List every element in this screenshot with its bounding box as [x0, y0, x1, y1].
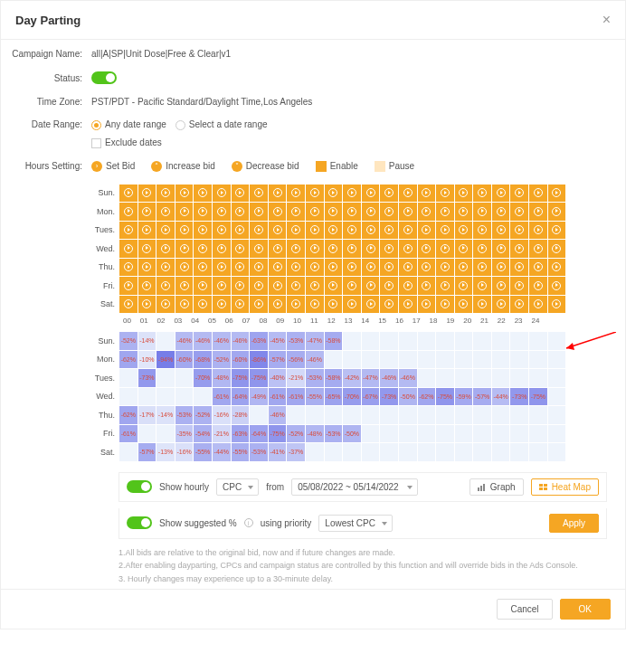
- hour-cell[interactable]: [548, 277, 566, 295]
- heat-cell[interactable]: [492, 406, 510, 424]
- hour-cell[interactable]: [343, 259, 361, 277]
- heat-cell[interactable]: -46%: [306, 351, 324, 369]
- heat-cell[interactable]: -45%: [269, 332, 287, 350]
- hour-cell[interactable]: [362, 259, 380, 277]
- heat-cell[interactable]: -62%: [119, 406, 138, 424]
- heat-cell[interactable]: [306, 443, 324, 461]
- hour-cell[interactable]: [380, 259, 398, 277]
- heat-cell[interactable]: [156, 388, 175, 406]
- hour-cell[interactable]: [399, 277, 417, 295]
- heat-cell[interactable]: -75%: [250, 369, 268, 387]
- heat-cell[interactable]: -53%: [175, 406, 194, 424]
- hour-cell[interactable]: [119, 240, 138, 258]
- hour-cell[interactable]: [175, 259, 194, 277]
- hour-cell[interactable]: [325, 259, 343, 277]
- hour-cell[interactable]: [473, 222, 491, 240]
- heat-cell[interactable]: -28%: [232, 406, 250, 424]
- heatmap-button[interactable]: Heat Map: [531, 478, 599, 496]
- hour-cell[interactable]: [510, 240, 528, 258]
- heat-cell[interactable]: -54%: [194, 425, 212, 443]
- hour-cell[interactable]: [232, 222, 250, 240]
- metric-select[interactable]: CPC: [216, 478, 259, 496]
- heat-cell[interactable]: [343, 443, 361, 461]
- hour-cell[interactable]: [213, 296, 231, 314]
- heat-cell[interactable]: [473, 369, 491, 387]
- hour-cell[interactable]: [343, 296, 361, 314]
- hour-cell[interactable]: [250, 240, 268, 258]
- heat-cell[interactable]: [492, 332, 510, 350]
- hour-cell[interactable]: [529, 296, 547, 314]
- heat-cell[interactable]: -17%: [138, 406, 156, 424]
- hour-cell[interactable]: [548, 185, 566, 203]
- hour-cell[interactable]: [399, 185, 417, 203]
- hour-cell[interactable]: [138, 240, 156, 258]
- hour-cell[interactable]: [250, 296, 268, 314]
- hour-cell[interactable]: [306, 203, 324, 221]
- heat-cell[interactable]: [473, 332, 491, 350]
- show-hourly-toggle[interactable]: [127, 480, 152, 493]
- hour-cell[interactable]: [418, 296, 436, 314]
- hour-cell[interactable]: [325, 203, 343, 221]
- hour-cell[interactable]: [250, 259, 268, 277]
- hour-cell[interactable]: [175, 185, 194, 203]
- hour-cell[interactable]: [418, 203, 436, 221]
- heat-cell[interactable]: -67%: [362, 388, 380, 406]
- show-suggested-toggle[interactable]: [127, 516, 152, 529]
- heat-cell[interactable]: -52%: [287, 425, 305, 443]
- hour-cell[interactable]: [455, 277, 473, 295]
- hours-grid[interactable]: Sun.Mon.Tues.Wed.Thu.Fri.Sat.: [91, 185, 607, 314]
- heat-cell[interactable]: -52%: [213, 351, 231, 369]
- heat-cell[interactable]: -61%: [287, 388, 305, 406]
- hour-cell[interactable]: [436, 240, 454, 258]
- hour-cell[interactable]: [436, 222, 454, 240]
- heat-cell[interactable]: [492, 351, 510, 369]
- heat-cell[interactable]: -52%: [194, 406, 212, 424]
- hour-cell[interactable]: [156, 277, 175, 295]
- heat-cell[interactable]: -75%: [529, 388, 547, 406]
- heat-cell[interactable]: -58%: [325, 369, 343, 387]
- hour-cell[interactable]: [380, 222, 398, 240]
- hour-cell[interactable]: [362, 185, 380, 203]
- heat-cell[interactable]: [510, 406, 528, 424]
- hour-cell[interactable]: [138, 185, 156, 203]
- hour-cell[interactable]: [436, 277, 454, 295]
- heat-cell[interactable]: -68%: [194, 351, 212, 369]
- hour-cell[interactable]: [436, 203, 454, 221]
- priority-select[interactable]: Lowest CPC: [318, 515, 393, 532]
- heat-cell[interactable]: -73%: [510, 388, 528, 406]
- hour-cell[interactable]: [380, 240, 398, 258]
- hour-cell[interactable]: [473, 240, 491, 258]
- hour-cell[interactable]: [362, 277, 380, 295]
- heat-cell[interactable]: [529, 369, 547, 387]
- heat-cell[interactable]: [362, 406, 380, 424]
- hour-cell[interactable]: [138, 259, 156, 277]
- hour-cell[interactable]: [250, 203, 268, 221]
- radio-select-date[interactable]: Select a date range: [175, 119, 268, 130]
- hour-cell[interactable]: [473, 203, 491, 221]
- heat-cell[interactable]: [455, 332, 473, 350]
- heat-cell[interactable]: -21%: [287, 369, 305, 387]
- hour-cell[interactable]: [194, 240, 212, 258]
- heat-cell[interactable]: [119, 388, 138, 406]
- heat-cell[interactable]: -14%: [138, 332, 156, 350]
- hour-cell[interactable]: [269, 185, 287, 203]
- heat-cell[interactable]: [510, 425, 528, 443]
- heat-cell[interactable]: [138, 425, 156, 443]
- hour-cell[interactable]: [492, 240, 510, 258]
- hour-cell[interactable]: [548, 203, 566, 221]
- hour-cell[interactable]: [325, 185, 343, 203]
- heat-cell[interactable]: -70%: [194, 369, 212, 387]
- heat-cell[interactable]: -35%: [175, 425, 194, 443]
- status-toggle[interactable]: [91, 71, 117, 84]
- heat-cell[interactable]: [325, 443, 343, 461]
- hour-cell[interactable]: [287, 296, 305, 314]
- hour-cell[interactable]: [269, 203, 287, 221]
- hour-cell[interactable]: [250, 277, 268, 295]
- hour-cell[interactable]: [529, 277, 547, 295]
- hour-cell[interactable]: [529, 222, 547, 240]
- hour-cell[interactable]: [306, 240, 324, 258]
- hour-cell[interactable]: [232, 203, 250, 221]
- hour-cell[interactable]: [548, 222, 566, 240]
- checkbox-exclude-dates[interactable]: Exclude dates: [91, 137, 162, 148]
- hour-cell[interactable]: [250, 185, 268, 203]
